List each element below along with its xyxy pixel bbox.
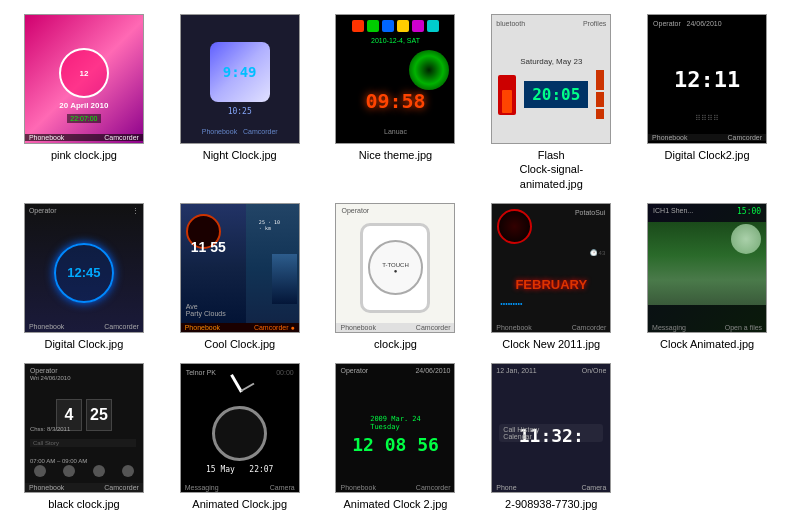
camcorder-label4: Camcorder xyxy=(416,324,451,331)
file-label: Digital Clock.jpg xyxy=(44,337,123,351)
file-label: black clock.jpg xyxy=(48,497,120,511)
file-label: 2-908938-7730.jpg xyxy=(505,497,597,511)
phonebook-label: Phonebook xyxy=(29,134,64,141)
file-label: Cool Clock.jpg xyxy=(204,337,275,351)
thumbnail: Operator24/06/2010 2009 Mar. 24Tuesday 1… xyxy=(335,363,455,493)
list-item[interactable]: bluetoothProfiles Saturday, May 23 20:05 xyxy=(475,10,627,195)
thumbnail: OperatorWri 24/06/2010 4 25 Chss: 8/3/20… xyxy=(24,363,144,493)
file-grid: 12 20 April 2010 22:07:00 Phonebook Camc… xyxy=(0,0,791,513)
list-item[interactable]: Telnor PK 00:00 15 May 22:07 MessagingCa… xyxy=(164,359,316,513)
camcorder-label6: Camcorder xyxy=(416,484,451,491)
thumbnail: PotatoSui 🕐 43 FEBRUARY ••••••••• Phoneb… xyxy=(491,203,611,333)
camcorder-label5: Camcorder xyxy=(104,484,139,491)
phonebook-label3: Phonebook xyxy=(29,323,64,330)
file-label: Flash Clock-signal-animated.jpg xyxy=(491,148,611,191)
list-item[interactable]: 12 Jan, 2011On/One 11:32: Call History C… xyxy=(475,359,627,513)
phonebook-label5: Phonebook xyxy=(29,484,64,491)
file-label: pink clock.jpg xyxy=(51,148,117,162)
thumbnail: 12 20 April 2010 22:07:00 Phonebook Camc… xyxy=(24,14,144,144)
thumbnail: 9:49 10:25 Phonebook Camcorder xyxy=(180,14,300,144)
list-item[interactable]: PotatoSui 🕐 43 FEBRUARY ••••••••• Phoneb… xyxy=(475,199,627,355)
phonebook-label2: Phonebook xyxy=(652,134,687,141)
thumbnail: AveParty Clouds 25 · 10 · km 11 55 Phone… xyxy=(180,203,300,333)
list-item[interactable]: Operator T-TOUCH● Phonebook Camcorder cl… xyxy=(320,199,472,355)
list-item[interactable]: 12 20 April 2010 22:07:00 Phonebook Camc… xyxy=(8,10,160,195)
phonebook-label4: Phonebook xyxy=(340,324,375,331)
file-label: Animated Clock 2.jpg xyxy=(344,497,448,511)
list-item[interactable]: Operator⋮ 12:45 Phonebook Camcorder Digi… xyxy=(8,199,160,355)
thumbnail: bluetoothProfiles Saturday, May 23 20:05 xyxy=(491,14,611,144)
list-item[interactable]: 2010-12-4, SAT 09:58 Lanuac Nice theme.j… xyxy=(320,10,472,195)
file-label: Night Clock.jpg xyxy=(203,148,277,162)
thumbnail: Operator T-TOUCH● Phonebook Camcorder xyxy=(335,203,455,333)
file-label: clock.jpg xyxy=(374,337,417,351)
file-label: Clock Animated.jpg xyxy=(660,337,754,351)
file-label: Digital Clock2.jpg xyxy=(665,148,750,162)
thumbnail: Operator 24/06/2010 12:11 ⠿⠿⠿⠿ Phonebook… xyxy=(647,14,767,144)
list-item[interactable]: Operator24/06/2010 2009 Mar. 24Tuesday 1… xyxy=(320,359,472,513)
list-item[interactable]: Operator 24/06/2010 12:11 ⠿⠿⠿⠿ Phonebook… xyxy=(631,10,783,195)
file-label: Nice theme.jpg xyxy=(359,148,432,162)
camcorder-label: Camcorder xyxy=(104,134,139,141)
thumbnail: 2010-12-4, SAT 09:58 Lanuac xyxy=(335,14,455,144)
thumbnail: Operator⋮ 12:45 Phonebook Camcorder xyxy=(24,203,144,333)
file-label: Animated Clock.jpg xyxy=(192,497,287,511)
camcorder-label3: Camcorder xyxy=(104,323,139,330)
thumbnail: 12 Jan, 2011On/One 11:32: Call History C… xyxy=(491,363,611,493)
list-item[interactable]: 9:49 10:25 Phonebook Camcorder Night Clo… xyxy=(164,10,316,195)
file-label: Clock New 2011.jpg xyxy=(502,337,600,351)
thumbnail: Telnor PK 00:00 15 May 22:07 MessagingCa… xyxy=(180,363,300,493)
list-item[interactable]: OperatorWri 24/06/2010 4 25 Chss: 8/3/20… xyxy=(8,359,160,513)
list-item[interactable]: ICH1 Shen... 15:00 MessagingOpen a files… xyxy=(631,199,783,355)
phonebook-label6: Phonebook xyxy=(340,484,375,491)
thumbnail: ICH1 Shen... 15:00 MessagingOpen a files xyxy=(647,203,767,333)
camcorder-label2: Camcorder xyxy=(727,134,762,141)
list-item[interactable]: AveParty Clouds 25 · 10 · km 11 55 Phone… xyxy=(164,199,316,355)
